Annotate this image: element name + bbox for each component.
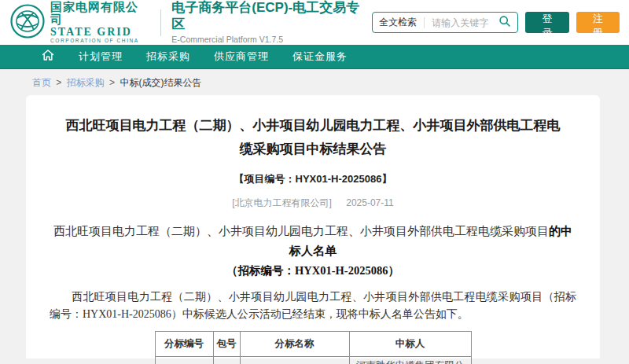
logo-company-cn: 国家电网有限公司 — [50, 1, 150, 26]
search-button[interactable] — [498, 15, 511, 30]
table-header-lot-no: 分标编号 — [155, 332, 213, 357]
header-actions: 全文检索 登录 注册 — [372, 12, 620, 33]
logo-text: 国家电网有限公司 STATE GRID CORPORATION OF CHINA — [50, 1, 150, 44]
table-header-package-no: 包号 — [213, 332, 240, 357]
announcement-card: 西北旺项目电力工程（二期）、小井项目幼儿园电力工程、小井项目外部供电工程电缆采购… — [26, 95, 600, 358]
stategrid-globe-icon — [10, 4, 45, 42]
search-scope-select[interactable]: 全文检索 — [379, 16, 417, 29]
search-box: 全文检索 — [372, 12, 518, 33]
nav-home-button[interactable] — [41, 48, 55, 65]
table-header-row: 分标编号 包号 分标名称 中标人 — [155, 332, 471, 357]
breadcrumb-section[interactable]: 招标采购 — [67, 77, 105, 88]
search-input[interactable] — [432, 17, 498, 28]
main-nav: 计划管理 招标采购 供应商管理 保证金服务 — [0, 45, 629, 69]
subtitle-main: 西北旺项目电力工程（二期）、小井项目幼儿园电力工程、小井项目外部供电工程电缆采购… — [53, 225, 549, 237]
breadcrumb-separator: > — [56, 77, 61, 88]
home-icon — [41, 48, 55, 65]
stategrid-logo: 国家电网有限公司 STATE GRID CORPORATION OF CHINA — [10, 1, 150, 44]
cell-package-no: 包1 — [213, 357, 240, 364]
announcement-body: 西北旺项目电力工程（二期）、小井项目幼儿园电力工程、小井项目外部供电工程电缆采购… — [50, 289, 576, 323]
logo-company-sub: CORPORATION OF CHINA — [50, 39, 150, 44]
nav-item-deposit[interactable]: 保证金服务 — [292, 50, 348, 64]
table-header-winner: 中标人 — [349, 332, 471, 357]
publish-date: 2025-07-11 — [346, 197, 394, 208]
winner-table: 分标编号 包号 分标名称 中标人 01 包1 电缆采购项目 河南胜华电缆集团有限… — [155, 331, 472, 364]
cell-winner: 河南胜华电缆集团有限公司 — [349, 357, 471, 364]
bid-code-line: （招标编号：HYX01-H-2025086） — [48, 261, 578, 280]
search-icon — [498, 15, 511, 30]
top-header: 国家电网有限公司 STATE GRID CORPORATION OF CHINA… — [0, 0, 629, 45]
publish-line: [北京电力工程有限公司] 2025-07-11 — [48, 197, 578, 210]
platform-title: 电子商务平台(ECP)-电工交易专区 — [171, 0, 372, 32]
register-button[interactable]: 注册 — [576, 12, 620, 33]
platform-subtitle: E-Commercial Platform V1.7.5 — [171, 35, 372, 45]
platform-title-block: 电子商务平台(ECP)-电工交易专区 E-Commercial Platform… — [171, 0, 372, 44]
winner-list-subtitle: 西北旺项目电力工程（二期）、小井项目幼儿园电力工程、小井项目外部供电工程电缆采购… — [48, 222, 578, 261]
nav-item-bidding[interactable]: 招标采购 — [146, 50, 190, 64]
project-number: 【项目编号：HYX01-H-2025086】 — [48, 172, 578, 186]
header-divider — [160, 9, 161, 36]
breadcrumb: 首页 > 招标采购 > 中标(成交)结果公告 — [32, 76, 629, 90]
logo-company-en: STATE GRID — [50, 27, 150, 39]
publisher: [北京电力工程有限公司] — [232, 197, 332, 208]
search-separator — [424, 17, 425, 28]
breadcrumb-current: 中标(成交)结果公告 — [120, 77, 201, 88]
announcement-title: 西北旺项目电力工程（二期）、小井项目幼儿园电力工程、小井项目外部供电工程电缆采购… — [62, 114, 564, 161]
nav-item-plan[interactable]: 计划管理 — [79, 50, 123, 64]
login-button[interactable]: 登录 — [525, 12, 568, 33]
table-row: 01 包1 电缆采购项目 河南胜华电缆集团有限公司 — [155, 357, 471, 364]
table-header-lot-name: 分标名称 — [240, 332, 349, 357]
cell-lot-name: 电缆采购项目 — [240, 357, 349, 364]
breadcrumb-home[interactable]: 首页 — [32, 77, 51, 88]
breadcrumb-separator: > — [109, 77, 115, 88]
cell-lot-no: 01 — [155, 357, 213, 364]
nav-item-supplier[interactable]: 供应商管理 — [214, 50, 269, 64]
